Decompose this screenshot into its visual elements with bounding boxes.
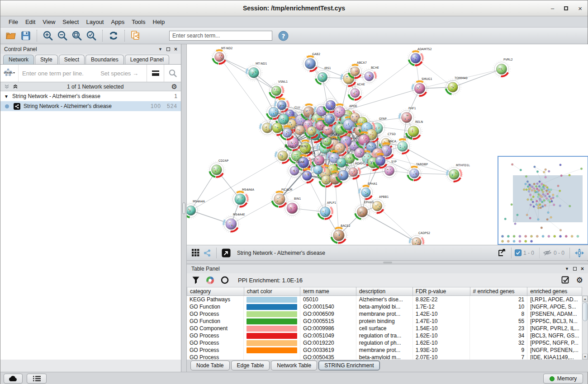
collection-expander-icon[interactable]: ▼ [4, 94, 9, 99]
network-from-clipboard-button[interactable] [128, 29, 143, 42]
menu-view[interactable]: View [39, 17, 59, 27]
close-panel-icon[interactable]: × [174, 46, 177, 52]
network-node[interactable]: MTHFD1L [446, 164, 470, 183]
network-node[interactable]: SMUG1 [411, 77, 432, 97]
zoom-selected-button[interactable] [84, 29, 99, 42]
navigator-toggle-button[interactable] [573, 246, 586, 260]
network-node[interactable]: MT-ND1 [245, 62, 267, 81]
network-node[interactable]: BACE2 [330, 224, 350, 244]
table-row[interactable]: GO ProcessGO:0051049regulation of tra...… [187, 332, 582, 339]
scroll-down-button[interactable]: ▼ [583, 354, 588, 360]
help-button[interactable]: ? [276, 29, 290, 42]
menu-help[interactable]: Help [149, 17, 169, 27]
zoom-in-button[interactable] [41, 29, 55, 42]
string-query-input[interactable]: Enter one term per line. Set species → [19, 70, 147, 77]
network-node[interactable]: MS4A6A [231, 188, 254, 208]
table-settings-gear-icon[interactable]: ⚙ [576, 276, 583, 285]
panel-splitter[interactable] [181, 44, 187, 372]
network-node[interactable]: BIN1 [284, 197, 301, 217]
network-node[interactable]: VSNL1 [268, 80, 288, 99]
network-node[interactable]: ADAMTS2 [407, 47, 432, 67]
expand-all-icon[interactable] [13, 84, 19, 90]
network-node[interactable]: GAB2 [302, 52, 320, 72]
table-row[interactable]: GO ProcessGO:0019220regulation of ph...1… [187, 339, 582, 347]
open-session-button[interactable] [4, 29, 19, 42]
network-options-gear-icon[interactable]: ⚙ [171, 83, 177, 91]
column-header-term-name[interactable]: term name [300, 287, 356, 296]
maximize-button[interactable] [564, 5, 568, 12]
tab-style[interactable]: Style [35, 55, 58, 64]
zoom-fit-button[interactable] [70, 29, 84, 42]
task-history-button[interactable] [27, 374, 47, 384]
panel-menu-icon[interactable]: ▼ [158, 47, 162, 52]
tab-edge-table[interactable]: Edge Table [231, 361, 270, 370]
network-node[interactable]: PVRL2 [493, 58, 513, 78]
tab-network-table[interactable]: Network Table [271, 361, 317, 370]
network-node[interactable]: MT-ND2 [211, 47, 232, 65]
scroll-up-button[interactable]: ▲ [583, 296, 588, 302]
menu-edit[interactable]: Edit [22, 17, 39, 27]
network-node[interactable]: APLP1 [317, 201, 336, 220]
network-row[interactable]: String Network - Alzheimer's disease 100… [0, 101, 181, 111]
table-splitter-grip[interactable] [383, 262, 392, 263]
table-row[interactable]: GO ComponentGO:0009986cell surface1.54E-… [187, 325, 582, 332]
string-search-provider-button[interactable]: STRING [0, 65, 19, 82]
table-row[interactable]: KEGG Pathways05010Alzheimer's dise...8.8… [187, 296, 582, 303]
share-view-button[interactable] [201, 246, 213, 260]
filter-icon[interactable] [192, 276, 199, 284]
menu-apps[interactable]: Apps [108, 17, 128, 27]
network-node[interactable]: ABCA7 [347, 61, 367, 80]
column-header-description[interactable]: description [356, 287, 413, 296]
menu-tools[interactable]: Tools [128, 17, 149, 27]
table-row[interactable]: GO FunctionGO:0001540beta-amyloid bi...1… [187, 303, 582, 310]
grid-mode-button[interactable] [190, 246, 201, 260]
scrollbar-thumb[interactable] [583, 302, 588, 321]
save-session-button[interactable] [19, 29, 33, 42]
table-row[interactable]: GO FunctionGO:0005515protein binding1.47… [187, 318, 582, 325]
column-header-enriched-genes[interactable]: enriched genes [527, 287, 582, 296]
column-header-FDR-p-value[interactable]: FDR p-value [413, 287, 470, 296]
select-columns-icon[interactable] [561, 276, 570, 285]
network-node[interactable]: CADPS2 [408, 231, 430, 245]
tab-boundaries[interactable]: Boundaries [85, 55, 124, 64]
close-button[interactable]: × [578, 5, 582, 12]
network-node[interactable]: PHF1 [398, 107, 416, 126]
search-input[interactable] [169, 31, 272, 41]
network-canvas[interactable]: MT-ND2MT-ND1VSNL1GAB2IRS1CHATABCA7BCHEAC… [187, 44, 588, 245]
menu-select[interactable]: Select [59, 17, 82, 27]
menu-layout[interactable]: Layout [82, 17, 107, 27]
column-header-category[interactable]: category [187, 287, 244, 296]
string-search-button[interactable] [164, 65, 181, 82]
export-network-button[interactable] [495, 246, 508, 260]
network-node[interactable]: TARDBP [406, 163, 428, 182]
open-in-string-button[interactable] [220, 246, 232, 260]
network-node[interactable]: APBB1 [369, 195, 389, 214]
cloud-jobs-button[interactable] [4, 374, 23, 384]
menu-file[interactable]: File [5, 17, 22, 27]
network-node[interactable]: CD2AP [208, 159, 228, 178]
memory-button[interactable]: Memory [543, 374, 583, 384]
column-header--enriched-genes[interactable]: # enriched genes [470, 287, 527, 296]
float-panel-icon[interactable] [166, 46, 170, 52]
network-collection-row[interactable]: ▼ String Network - Alzheimer's disease 1 [0, 91, 181, 101]
table-float-panel-icon[interactable] [573, 266, 577, 272]
table-panel-menu-icon[interactable]: ▼ [565, 267, 569, 271]
network-node[interactable]: BCHE [361, 66, 379, 84]
tab-legend-panel[interactable]: Legend Panel [125, 55, 169, 64]
table-vertical-scrollbar[interactable]: ▲ ▼ [582, 295, 588, 360]
network-node[interactable]: EPHA1 [358, 182, 377, 201]
network-node[interactable]: MS4A4E [222, 213, 245, 233]
column-header-chart-color[interactable]: chart color [244, 287, 300, 296]
chart-color-icon[interactable] [206, 276, 214, 285]
network-node[interactable]: TOMM40 [444, 76, 467, 96]
tab-string-enrichment[interactable]: STRING Enrichment [318, 361, 379, 370]
network-node[interactable]: MS4A4A [187, 200, 205, 219]
tab-network[interactable]: Network [3, 55, 34, 64]
collapse-all-icon[interactable] [4, 84, 11, 90]
minimize-button[interactable]: – [551, 5, 554, 12]
table-row[interactable]: GO ProcessGO:0006509membrane prot...1.42… [187, 310, 582, 318]
table-row[interactable]: GO ProcessGO:0033619membrane prot...1.93… [187, 347, 582, 354]
splitter-grip[interactable] [182, 202, 185, 214]
ring-chart-icon[interactable] [221, 276, 229, 284]
string-options-button[interactable] [147, 65, 164, 82]
